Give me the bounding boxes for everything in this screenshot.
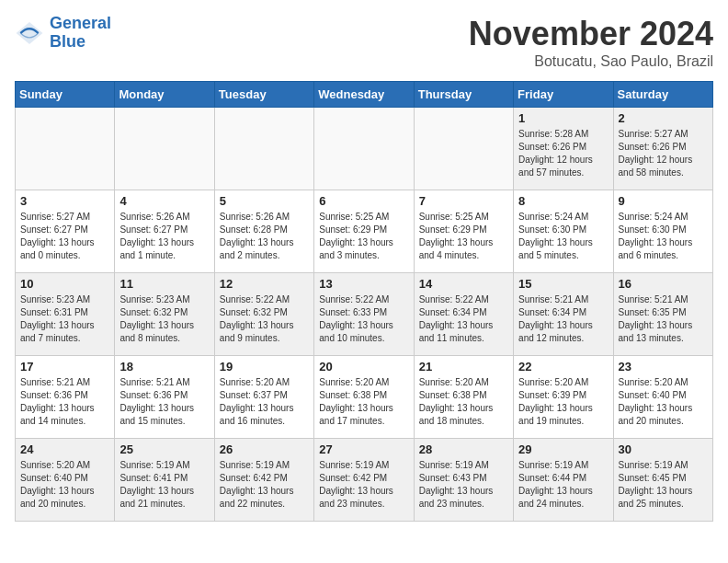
day-info: Sunrise: 5:19 AM Sunset: 6:42 PM Dayligh…: [220, 459, 309, 511]
day-number: 22: [518, 360, 608, 373]
day-header-sunday: Sunday: [16, 82, 115, 108]
day-number: 24: [20, 442, 109, 456]
calendar-table: SundayMondayTuesdayWednesdayThursdayFrid…: [15, 81, 713, 522]
day-info: Sunrise: 5:25 AM Sunset: 6:29 PM Dayligh…: [419, 211, 508, 262]
header: General Blue November 2024 Botucatu, Sao…: [15, 15, 713, 70]
calendar-cell: 3Sunrise: 5:27 AM Sunset: 6:27 PM Daylig…: [16, 190, 115, 273]
day-info: Sunrise: 5:27 AM Sunset: 6:26 PM Dayligh…: [619, 128, 708, 179]
calendar-cell: 5Sunrise: 5:26 AM Sunset: 6:28 PM Daylig…: [214, 190, 313, 273]
day-info: Sunrise: 5:26 AM Sunset: 6:28 PM Dayligh…: [220, 211, 309, 262]
calendar-cell: 24Sunrise: 5:20 AM Sunset: 6:40 PM Dayli…: [16, 439, 115, 522]
calendar-cell: 9Sunrise: 5:24 AM Sunset: 6:30 PM Daylig…: [613, 190, 712, 273]
day-number: 29: [518, 442, 608, 456]
calendar-cell: 10Sunrise: 5:23 AM Sunset: 6:31 PM Dayli…: [16, 273, 115, 356]
day-info: Sunrise: 5:19 AM Sunset: 6:45 PM Dayligh…: [619, 459, 708, 511]
day-number: 5: [220, 194, 309, 208]
logo-blue: Blue: [50, 32, 85, 51]
calendar-cell: [214, 108, 313, 190]
calendar-cell: 4Sunrise: 5:26 AM Sunset: 6:27 PM Daylig…: [115, 190, 214, 273]
day-info: Sunrise: 5:22 AM Sunset: 6:33 PM Dayligh…: [319, 293, 408, 345]
calendar-week-row: 3Sunrise: 5:27 AM Sunset: 6:27 PM Daylig…: [16, 190, 713, 273]
day-info: Sunrise: 5:20 AM Sunset: 6:38 PM Dayligh…: [319, 376, 408, 428]
day-info: Sunrise: 5:21 AM Sunset: 6:36 PM Dayligh…: [119, 376, 209, 428]
day-number: 8: [518, 194, 608, 208]
day-number: 2: [619, 111, 708, 125]
calendar-cell: 14Sunrise: 5:22 AM Sunset: 6:34 PM Dayli…: [414, 273, 513, 356]
day-info: Sunrise: 5:20 AM Sunset: 6:37 PM Dayligh…: [220, 376, 309, 428]
calendar-week-row: 10Sunrise: 5:23 AM Sunset: 6:31 PM Dayli…: [16, 273, 713, 356]
day-number: 30: [619, 442, 708, 456]
day-header-wednesday: Wednesday: [314, 82, 414, 108]
day-number: 19: [220, 360, 309, 373]
calendar-cell: 12Sunrise: 5:22 AM Sunset: 6:32 PM Dayli…: [214, 273, 313, 356]
day-number: 11: [119, 277, 209, 291]
calendar-cell: 11Sunrise: 5:23 AM Sunset: 6:32 PM Dayli…: [115, 273, 214, 356]
day-number: 14: [419, 277, 508, 291]
calendar-cell: 15Sunrise: 5:21 AM Sunset: 6:34 PM Dayli…: [514, 273, 613, 356]
logo-general: General: [50, 14, 111, 32]
day-number: 16: [619, 277, 708, 291]
day-info: Sunrise: 5:24 AM Sunset: 6:30 PM Dayligh…: [619, 211, 708, 262]
day-number: 27: [319, 442, 408, 456]
calendar-cell: 1Sunrise: 5:28 AM Sunset: 6:26 PM Daylig…: [514, 108, 613, 190]
day-number: 12: [220, 277, 309, 291]
day-info: Sunrise: 5:19 AM Sunset: 6:42 PM Dayligh…: [319, 459, 408, 511]
logo-text: General Blue: [50, 15, 111, 52]
calendar-cell: 28Sunrise: 5:19 AM Sunset: 6:43 PM Dayli…: [414, 439, 513, 522]
day-info: Sunrise: 5:23 AM Sunset: 6:32 PM Dayligh…: [119, 293, 209, 345]
day-number: 7: [419, 194, 508, 208]
day-info: Sunrise: 5:19 AM Sunset: 6:43 PM Dayligh…: [419, 459, 508, 511]
day-info: Sunrise: 5:27 AM Sunset: 6:27 PM Dayligh…: [20, 211, 109, 262]
day-info: Sunrise: 5:24 AM Sunset: 6:30 PM Dayligh…: [518, 211, 608, 262]
calendar-cell: 8Sunrise: 5:24 AM Sunset: 6:30 PM Daylig…: [514, 190, 613, 273]
day-number: 25: [119, 442, 209, 456]
day-header-tuesday: Tuesday: [214, 82, 313, 108]
day-number: 15: [518, 277, 608, 291]
day-info: Sunrise: 5:19 AM Sunset: 6:44 PM Dayligh…: [518, 459, 608, 511]
calendar-cell: 27Sunrise: 5:19 AM Sunset: 6:42 PM Dayli…: [314, 439, 414, 522]
day-number: 13: [319, 277, 408, 291]
calendar-cell: 16Sunrise: 5:21 AM Sunset: 6:35 PM Dayli…: [613, 273, 712, 356]
day-info: Sunrise: 5:21 AM Sunset: 6:35 PM Dayligh…: [619, 293, 708, 345]
day-number: 20: [319, 360, 408, 373]
calendar-cell: 6Sunrise: 5:25 AM Sunset: 6:29 PM Daylig…: [314, 190, 414, 273]
calendar-cell: [16, 108, 115, 190]
calendar-week-row: 24Sunrise: 5:20 AM Sunset: 6:40 PM Dayli…: [16, 439, 713, 522]
calendar-cell: 7Sunrise: 5:25 AM Sunset: 6:29 PM Daylig…: [414, 190, 513, 273]
location-title: Botucatu, Sao Paulo, Brazil: [469, 53, 713, 70]
day-info: Sunrise: 5:25 AM Sunset: 6:29 PM Dayligh…: [319, 211, 408, 262]
calendar-cell: 29Sunrise: 5:19 AM Sunset: 6:44 PM Dayli…: [514, 439, 613, 522]
day-number: 3: [20, 194, 109, 208]
logo-icon: [15, 18, 44, 48]
logo: General Blue: [15, 15, 111, 52]
day-header-saturday: Saturday: [613, 82, 712, 108]
calendar-cell: 26Sunrise: 5:19 AM Sunset: 6:42 PM Dayli…: [214, 439, 313, 522]
day-number: 4: [119, 194, 209, 208]
day-number: 9: [619, 194, 708, 208]
calendar-cell: [314, 108, 414, 190]
day-number: 17: [20, 360, 109, 373]
day-info: Sunrise: 5:20 AM Sunset: 6:39 PM Dayligh…: [518, 376, 608, 428]
calendar-cell: 21Sunrise: 5:20 AM Sunset: 6:38 PM Dayli…: [414, 356, 513, 439]
calendar-cell: [115, 108, 214, 190]
day-number: 18: [119, 360, 209, 373]
calendar-header-row: SundayMondayTuesdayWednesdayThursdayFrid…: [16, 82, 713, 108]
day-info: Sunrise: 5:20 AM Sunset: 6:40 PM Dayligh…: [20, 459, 109, 511]
calendar-cell: 23Sunrise: 5:20 AM Sunset: 6:40 PM Dayli…: [613, 356, 712, 439]
calendar-cell: 30Sunrise: 5:19 AM Sunset: 6:45 PM Dayli…: [613, 439, 712, 522]
calendar-cell: 17Sunrise: 5:21 AM Sunset: 6:36 PM Dayli…: [16, 356, 115, 439]
day-info: Sunrise: 5:20 AM Sunset: 6:38 PM Dayligh…: [419, 376, 508, 428]
calendar-cell: 2Sunrise: 5:27 AM Sunset: 6:26 PM Daylig…: [613, 108, 712, 190]
calendar-cell: [414, 108, 513, 190]
day-number: 28: [419, 442, 508, 456]
calendar-week-row: 1Sunrise: 5:28 AM Sunset: 6:26 PM Daylig…: [16, 108, 713, 190]
day-header-thursday: Thursday: [414, 82, 513, 108]
month-title: November 2024: [469, 15, 713, 53]
day-info: Sunrise: 5:28 AM Sunset: 6:26 PM Dayligh…: [518, 128, 608, 179]
day-info: Sunrise: 5:26 AM Sunset: 6:27 PM Dayligh…: [119, 211, 209, 262]
calendar-week-row: 17Sunrise: 5:21 AM Sunset: 6:36 PM Dayli…: [16, 356, 713, 439]
day-info: Sunrise: 5:22 AM Sunset: 6:32 PM Dayligh…: [220, 293, 309, 345]
day-number: 1: [518, 111, 608, 125]
calendar-cell: 20Sunrise: 5:20 AM Sunset: 6:38 PM Dayli…: [314, 356, 414, 439]
calendar-cell: 25Sunrise: 5:19 AM Sunset: 6:41 PM Dayli…: [115, 439, 214, 522]
